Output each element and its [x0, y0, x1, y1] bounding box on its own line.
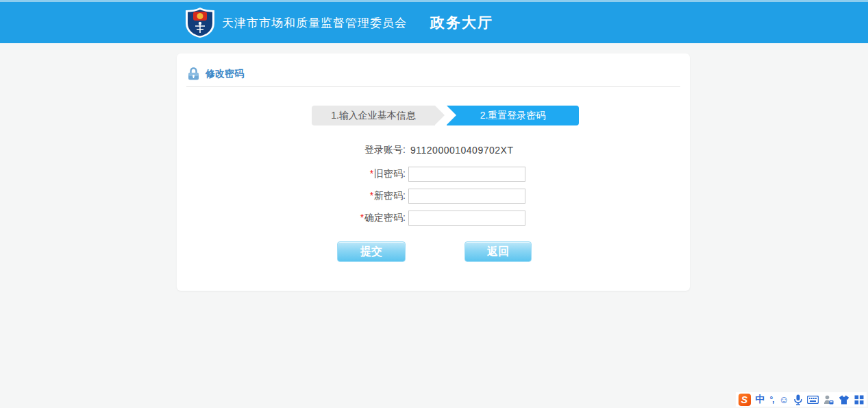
account-row: 登录账号: 9112000010409702XT — [177, 143, 690, 157]
skin-icon[interactable] — [839, 394, 850, 406]
panel-title: 修改密码 — [206, 68, 244, 80]
step-indicator: 1.输入企业基本信息 2.重置登录密码 — [312, 106, 690, 125]
required-mark: * — [370, 168, 373, 179]
header-bar: 天津市市场和质量监督管理委员会 政务大厅 — [0, 2, 868, 43]
toolbox-icon[interactable] — [854, 394, 864, 406]
old-password-row: *旧密码: — [177, 167, 690, 182]
password-form: 登录账号: 9112000010409702XT *旧密码: *新密码: *确定… — [177, 143, 690, 262]
new-password-input[interactable] — [408, 189, 525, 204]
portal-name: 政务大厅 — [430, 13, 493, 32]
confirm-password-input[interactable] — [408, 211, 525, 226]
step-2-reset-password: 2.重置登录密码 — [447, 106, 579, 125]
agency-logo-icon — [185, 7, 215, 38]
title-divider — [186, 86, 680, 87]
panel-title-row: 修改密码 — [188, 67, 690, 80]
microphone-icon[interactable] — [794, 394, 802, 406]
old-password-input[interactable] — [408, 167, 525, 182]
old-password-label: 旧密码: — [374, 168, 406, 179]
new-password-label: 新密码: — [374, 190, 406, 201]
change-password-panel: 修改密码 1.输入企业基本信息 2.重置登录密码 登录账号: 911200001… — [177, 53, 690, 291]
ime-toolbar: S 中 °, ☺ — [736, 392, 867, 407]
required-mark: * — [370, 190, 373, 201]
confirm-password-label: 确定密码: — [364, 212, 406, 223]
sogou-logo-icon[interactable]: S — [739, 394, 751, 406]
lock-icon — [188, 67, 199, 80]
chinese-mode-icon[interactable]: 中 — [756, 394, 765, 406]
confirm-password-row: *确定密码: — [177, 211, 690, 226]
account-label: 登录账号: — [177, 144, 406, 156]
emoji-icon[interactable]: ☺ — [779, 394, 789, 406]
required-mark: * — [360, 212, 364, 223]
keyboard-icon[interactable] — [807, 394, 819, 406]
org-name: 天津市市场和质量监督管理委员会 — [222, 15, 407, 31]
submit-button[interactable]: 提交 — [337, 241, 406, 262]
button-row: 提交 返回 — [337, 241, 690, 262]
step-1-enter-company-info: 1.输入企业基本信息 — [312, 106, 435, 125]
new-password-row: *新密码: — [177, 189, 690, 204]
back-button[interactable]: 返回 — [464, 241, 532, 262]
profile-icon[interactable] — [823, 394, 834, 406]
punctuation-mode-icon[interactable]: °, — [770, 394, 774, 406]
account-value: 9112000010409702XT — [410, 145, 513, 156]
